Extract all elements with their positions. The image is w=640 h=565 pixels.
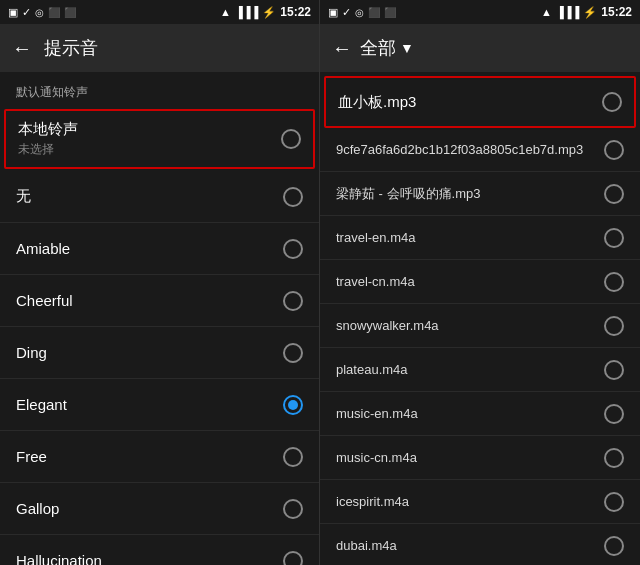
- right-panel-title-group[interactable]: 全部 ▼: [360, 36, 414, 60]
- dot-icon: ⬛: [48, 7, 60, 18]
- right-file-label-6: music-en.m4a: [336, 406, 418, 421]
- hallucination-label: Hallucination: [16, 552, 102, 565]
- right-time: 15:22: [601, 5, 632, 19]
- right-panel-title: 全部: [360, 36, 396, 60]
- elegant-label: Elegant: [16, 396, 67, 413]
- left-back-button[interactable]: ←: [12, 37, 32, 60]
- right-radio-7[interactable]: [604, 448, 624, 468]
- right-list-item-7[interactable]: music-cn.m4a: [320, 436, 640, 480]
- right-file-label-4: snowywalker.m4a: [336, 318, 439, 333]
- notification-icon: ▣: [8, 6, 18, 19]
- left-time: 15:22: [280, 5, 311, 19]
- right-list-item-0[interactable]: 9cfe7a6fa6d2bc1b12f03a8805c1eb7d.mp3: [320, 128, 640, 172]
- right-radio-0[interactable]: [604, 140, 624, 160]
- ding-label: Ding: [16, 344, 47, 361]
- right-file-list: 9cfe7a6fa6d2bc1b12f03a8805c1eb7d.mp3 梁静茹…: [320, 128, 640, 565]
- local-text-group: 本地铃声 未选择: [18, 120, 78, 158]
- highlighted-file-label: 血小板.mp3: [338, 93, 416, 112]
- right-list-item-9[interactable]: dubai.m4a: [320, 524, 640, 565]
- left-panel-title: 提示音: [44, 36, 98, 60]
- right-list-item-8[interactable]: icespirit.m4a: [320, 480, 640, 524]
- right-list-item-5[interactable]: plateau.m4a: [320, 348, 640, 392]
- list-item-cheerful[interactable]: Cheerful: [0, 275, 319, 327]
- r-dot2-icon: ⬛: [384, 7, 396, 18]
- left-status-right: ▲ ▐▐▐ ⚡ 15:22: [220, 5, 311, 19]
- free-radio[interactable]: [283, 447, 303, 467]
- cheerful-label: Cheerful: [16, 292, 73, 309]
- cheerful-radio[interactable]: [283, 291, 303, 311]
- elegant-radio[interactable]: [283, 395, 303, 415]
- right-list-item-6[interactable]: music-en.m4a: [320, 392, 640, 436]
- list-item-amiable[interactable]: Amiable: [0, 223, 319, 275]
- amiable-radio[interactable]: [283, 239, 303, 259]
- list-item-ding[interactable]: Ding: [0, 327, 319, 379]
- right-panel: ▣ ✓ ◎ ⬛ ⬛ ▲ ▐▐▐ ⚡ 15:22 ← 全部 ▼ 血小板.mp3 9…: [320, 0, 640, 565]
- left-status-bar: ▣ ✓ ◎ ⬛ ⬛ ▲ ▐▐▐ ⚡ 15:22: [0, 0, 319, 24]
- highlighted-file-item[interactable]: 血小板.mp3: [324, 76, 636, 128]
- hallucination-radio[interactable]: [283, 551, 303, 566]
- local-sublabel: 未选择: [18, 141, 78, 158]
- right-file-label-8: icespirit.m4a: [336, 494, 409, 509]
- chevron-down-icon: ▼: [400, 40, 414, 56]
- right-list-item-1[interactable]: 梁静茹 - 会呼吸的痛.mp3: [320, 172, 640, 216]
- checkmark-icon: ✓: [22, 6, 31, 19]
- dot2-icon: ⬛: [64, 7, 76, 18]
- r-checkmark-icon: ✓: [342, 6, 351, 19]
- right-radio-3[interactable]: [604, 272, 624, 292]
- right-back-button[interactable]: ←: [332, 37, 352, 60]
- right-status-bar: ▣ ✓ ◎ ⬛ ⬛ ▲ ▐▐▐ ⚡ 15:22: [320, 0, 640, 24]
- r-circle-icon: ◎: [355, 7, 364, 18]
- right-radio-5[interactable]: [604, 360, 624, 380]
- battery-icon: ⚡: [262, 6, 276, 19]
- local-label: 本地铃声: [18, 120, 78, 139]
- gallop-radio[interactable]: [283, 499, 303, 519]
- right-file-label-9: dubai.m4a: [336, 538, 397, 553]
- list-item-local[interactable]: 本地铃声 未选择: [4, 109, 315, 169]
- right-radio-6[interactable]: [604, 404, 624, 424]
- right-radio-1[interactable]: [604, 184, 624, 204]
- right-list-item-4[interactable]: snowywalker.m4a: [320, 304, 640, 348]
- r-wifi-icon: ▲: [541, 6, 552, 18]
- right-radio-2[interactable]: [604, 228, 624, 248]
- amiable-label: Amiable: [16, 240, 70, 257]
- right-radio-8[interactable]: [604, 492, 624, 512]
- list-item-none[interactable]: 无: [0, 171, 319, 223]
- list-item-elegant[interactable]: Elegant: [0, 379, 319, 431]
- right-file-label-0: 9cfe7a6fa6d2bc1b12f03a8805c1eb7d.mp3: [336, 142, 583, 157]
- none-radio[interactable]: [283, 187, 303, 207]
- gallop-label: Gallop: [16, 500, 59, 517]
- wifi-icon: ▲: [220, 6, 231, 18]
- right-list-item-2[interactable]: travel-en.m4a: [320, 216, 640, 260]
- circle-icon: ◎: [35, 7, 44, 18]
- right-radio-4[interactable]: [604, 316, 624, 336]
- free-label: Free: [16, 448, 47, 465]
- r-signal-icon: ▐▐▐: [556, 6, 579, 18]
- right-file-label-3: travel-cn.m4a: [336, 274, 415, 289]
- right-status-left: ▣ ✓ ◎ ⬛ ⬛: [328, 6, 396, 19]
- left-panel: ▣ ✓ ◎ ⬛ ⬛ ▲ ▐▐▐ ⚡ 15:22 ← 提示音 默认通知铃声 本地铃…: [0, 0, 320, 565]
- section-label: 默认通知铃声: [0, 72, 319, 107]
- right-status-right: ▲ ▐▐▐ ⚡ 15:22: [541, 5, 632, 19]
- local-radio[interactable]: [281, 129, 301, 149]
- left-top-bar: ← 提示音: [0, 24, 319, 72]
- signal-icon: ▐▐▐: [235, 6, 258, 18]
- left-status-left: ▣ ✓ ◎ ⬛ ⬛: [8, 6, 76, 19]
- right-file-label-1: 梁静茹 - 会呼吸的痛.mp3: [336, 185, 480, 203]
- r-dot-icon: ⬛: [368, 7, 380, 18]
- right-list-item-3[interactable]: travel-cn.m4a: [320, 260, 640, 304]
- right-radio-9[interactable]: [604, 536, 624, 556]
- none-label: 无: [16, 187, 31, 206]
- list-item-gallop[interactable]: Gallop: [0, 483, 319, 535]
- ding-radio[interactable]: [283, 343, 303, 363]
- right-top-bar: ← 全部 ▼: [320, 24, 640, 72]
- right-file-label-7: music-cn.m4a: [336, 450, 417, 465]
- highlighted-file-radio[interactable]: [602, 92, 622, 112]
- r-battery-icon: ⚡: [583, 6, 597, 19]
- r-notification-icon: ▣: [328, 6, 338, 19]
- list-item-hallucination[interactable]: Hallucination: [0, 535, 319, 565]
- list-item-free[interactable]: Free: [0, 431, 319, 483]
- right-file-label-5: plateau.m4a: [336, 362, 408, 377]
- left-content: 本地铃声 未选择 无 Amiable Cheerful Ding Elegant: [0, 107, 319, 565]
- right-file-label-2: travel-en.m4a: [336, 230, 415, 245]
